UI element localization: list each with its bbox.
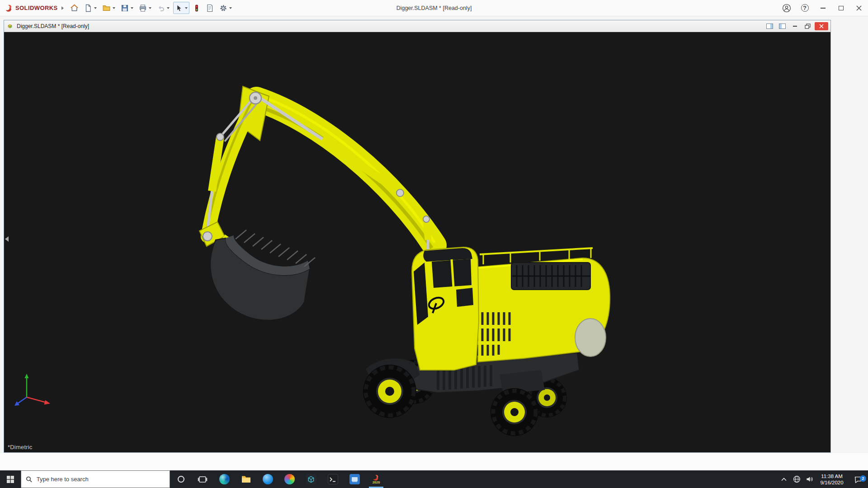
home-button[interactable] (68, 2, 80, 14)
new-document-dropdown-caret[interactable] (94, 7, 97, 9)
speaker-icon (806, 475, 813, 483)
help-button[interactable]: ? (796, 0, 814, 16)
doc-minimize-icon (793, 26, 797, 27)
graphics-viewport[interactable]: *Dimetric (4, 32, 830, 452)
edge-icon (219, 474, 230, 484)
search-icon (26, 476, 33, 483)
boom-arm[interactable] (238, 86, 434, 248)
pane-right-icon (779, 23, 786, 29)
photos-button[interactable] (278, 470, 300, 488)
solidworks-logo: SOLIDWORKS (0, 4, 61, 13)
orientation-triad (12, 371, 56, 409)
volume-button[interactable] (803, 475, 816, 483)
save-dropdown-caret[interactable] (131, 7, 133, 9)
pane-toggle-right-button[interactable] (777, 22, 788, 30)
task-view-button[interactable] (192, 470, 213, 488)
feature-manager-flyout-arrow[interactable] (5, 236, 9, 242)
doc-restore-button[interactable] (802, 22, 813, 30)
open-dropdown-caret[interactable] (113, 7, 115, 9)
boom-cylinder[interactable] (257, 96, 404, 197)
front-wheel-near[interactable] (363, 365, 416, 418)
account-icon (782, 4, 791, 13)
edge-button[interactable] (213, 470, 235, 488)
solidworks-logo-icon (5, 4, 14, 13)
rear-wheel-near[interactable] (491, 388, 538, 436)
doc-close-button[interactable] (815, 22, 828, 30)
account-button[interactable] (778, 0, 796, 16)
gear-icon (219, 4, 227, 12)
document-window: Digger.SLDASM * [Read-only] (4, 20, 831, 453)
select-cursor-icon (175, 4, 183, 12)
hidden-icons-button[interactable] (778, 478, 790, 481)
excavator-3d-model[interactable] (4, 32, 830, 452)
save-button[interactable] (119, 2, 135, 14)
undo-button[interactable] (155, 2, 171, 14)
notification-badge: 2 (860, 475, 866, 482)
options-dropdown-caret[interactable] (229, 7, 232, 9)
skype-button[interactable] (257, 470, 278, 488)
command-prompt-button[interactable] (322, 470, 344, 488)
pane-toggle-left-button[interactable] (764, 22, 775, 30)
brand-text: SOLIDWORKS (15, 5, 58, 11)
cortana-button[interactable] (170, 470, 192, 488)
select-dropdown-caret[interactable] (185, 7, 188, 9)
clock-time: 11:38 AM (816, 473, 848, 479)
open-button[interactable] (100, 2, 117, 14)
doc-minimize-button[interactable] (789, 22, 800, 30)
document-titlebar[interactable]: Digger.SLDASM * [Read-only] (4, 20, 830, 32)
options-button[interactable] (217, 2, 234, 14)
select-tool-button[interactable] (173, 2, 189, 14)
task-view-icon (198, 474, 208, 484)
pane-left-icon (766, 23, 773, 29)
taskbar-clock[interactable]: 11:38 AM 9/16/2020 (816, 473, 848, 486)
print-dropdown-caret[interactable] (149, 7, 151, 9)
chevron-up-icon (781, 478, 787, 481)
search-input[interactable] (37, 476, 165, 483)
clock-date: 9/16/2020 (816, 479, 848, 486)
minimize-button[interactable] (814, 0, 832, 16)
engine-housing[interactable] (472, 248, 610, 362)
print-button[interactable] (137, 2, 153, 14)
document-title: Digger.SLDASM * [Read-only] (17, 23, 89, 29)
doc-restore-icon (805, 23, 811, 29)
start-button[interactable] (0, 470, 21, 488)
rebuild-button[interactable] (191, 2, 202, 14)
network-globe-icon (793, 475, 801, 483)
triad-x-axis (44, 400, 51, 405)
menu-expand-arrow-icon[interactable] (61, 6, 64, 10)
view-orientation-label: *Dimetric (8, 444, 33, 450)
edrawings-icon (306, 474, 316, 484)
file-properties-button[interactable] (204, 2, 216, 14)
windows-taskbar: 2020 11:38 AM 9/16/2020 (0, 470, 868, 488)
maximize-icon (839, 6, 844, 10)
rebuild-traffic-light-icon (193, 4, 200, 12)
taskbar-search[interactable] (21, 470, 170, 488)
help-icon: ? (801, 4, 809, 12)
cab[interactable] (412, 247, 479, 370)
close-button[interactable] (850, 0, 868, 16)
print-icon (139, 4, 147, 12)
undo-dropdown-caret[interactable] (167, 7, 170, 9)
apex-pin-center (254, 96, 257, 100)
document-window-controls (764, 22, 830, 30)
open-folder-icon (102, 4, 111, 12)
solidworks-app-icon: 2020 (372, 474, 380, 484)
doc-close-icon (819, 24, 824, 28)
solidworks-taskbar-button[interactable]: 2020 (365, 470, 387, 488)
app-titlebar: SOLIDWORKS (0, 0, 868, 16)
triad-z-axis (14, 401, 19, 406)
action-center-button[interactable]: 2 (848, 475, 868, 483)
new-document-button[interactable] (82, 2, 99, 14)
network-button[interactable] (790, 475, 803, 483)
triad-y-axis (25, 374, 29, 378)
maximize-button[interactable] (832, 0, 850, 16)
edrawings-button[interactable] (300, 470, 322, 488)
save-icon (121, 4, 129, 12)
minimize-icon (821, 8, 826, 9)
undo-icon (157, 4, 165, 12)
app-window-controls: ? (778, 0, 868, 16)
bucket[interactable] (210, 230, 315, 320)
display-app-button[interactable] (344, 470, 365, 488)
file-properties-icon (206, 4, 214, 12)
file-explorer-button[interactable] (235, 470, 257, 488)
